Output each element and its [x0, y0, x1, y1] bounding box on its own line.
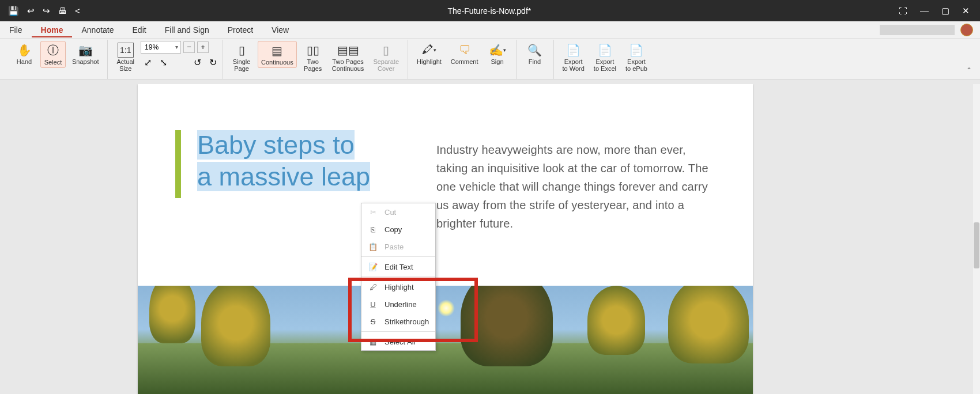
- continuous-icon: ▤: [272, 43, 282, 58]
- single-page-button[interactable]: ▯Single Page: [229, 41, 254, 74]
- window-controls: ⛶ — ▢ ✕: [899, 6, 980, 16]
- page-heading[interactable]: Baby steps to a massive leap: [197, 129, 370, 192]
- scrollbar-thumb[interactable]: [974, 222, 979, 268]
- two-pages-continuous-button[interactable]: ▤▤Two Pages Continuous: [329, 41, 367, 74]
- copy-icon: ⎘: [368, 225, 378, 234]
- document-viewport[interactable]: Baby steps to a massive leap Industry he…: [6, 84, 973, 394]
- actual-size-icon: 1:1: [118, 43, 133, 58]
- continuous-button[interactable]: ▤Continuous: [258, 41, 297, 68]
- heading-line1: Baby steps to: [197, 130, 355, 160]
- select-button[interactable]: ⒾSelect: [40, 41, 66, 68]
- vertical-scrollbar[interactable]: [973, 84, 980, 394]
- menu-view[interactable]: View: [262, 22, 298, 37]
- comment-button[interactable]: 🗨Comment: [448, 41, 481, 67]
- ctx-copy[interactable]: ⎘Copy: [361, 221, 435, 238]
- hand-button[interactable]: ✋Hand: [12, 41, 37, 67]
- rotate-left-icon[interactable]: ↺: [194, 57, 201, 68]
- zoom-out-button[interactable]: −: [183, 41, 195, 53]
- window-title: The-Future-is-Now.pdf*: [80, 6, 899, 16]
- title-bar: 💾 ↩ ↪ 🖶 < The-Future-is-Now.pdf* ⛶ — ▢ ✕: [0, 0, 980, 21]
- ctx-edit-text[interactable]: 📝Edit Text: [361, 258, 435, 275]
- account-placeholder[interactable]: [880, 25, 955, 35]
- snapshot-button[interactable]: 📷Snapshot: [69, 41, 101, 67]
- redo-icon[interactable]: ↪: [43, 6, 50, 16]
- accent-bar: [175, 130, 181, 198]
- excel-icon: 📄: [598, 43, 612, 58]
- word-icon: 📄: [566, 43, 581, 58]
- chevron-down-icon[interactable]: ▾: [175, 44, 178, 50]
- two-pages-cont-icon: ▤▤: [337, 43, 359, 58]
- maximize-icon[interactable]: ▢: [941, 6, 949, 16]
- export-excel-button[interactable]: 📄Export to Excel: [591, 41, 619, 74]
- select-icon: Ⓘ: [47, 43, 59, 58]
- hand-icon: ✋: [17, 43, 32, 58]
- ctx-strikethrough[interactable]: SStrikethrough: [361, 313, 435, 330]
- export-word-button[interactable]: 📄Export to Word: [560, 41, 587, 74]
- quick-access-toolbar: 💾 ↩ ↪ 🖶 <: [0, 6, 80, 16]
- sign-button[interactable]: ✍▾Sign: [485, 41, 510, 67]
- menu-bar: File Home Annotate Edit Fill and Sign Pr…: [0, 21, 980, 39]
- comment-icon: 🗨: [459, 43, 470, 58]
- save-icon[interactable]: 💾: [8, 6, 19, 16]
- zoom-input[interactable]: 19%▾: [141, 41, 181, 54]
- clipboard-icon: 📋: [368, 243, 378, 251]
- highlighter-icon: 🖍▾: [422, 43, 436, 58]
- ctx-cut: ✂Cut: [361, 203, 435, 221]
- ctx-paste: 📋Paste: [361, 238, 435, 255]
- fullscreen-icon[interactable]: ⛶: [899, 6, 907, 16]
- zoom-in-button[interactable]: +: [197, 41, 209, 53]
- body-text[interactable]: Industry heavyweights are now, more than…: [436, 141, 719, 233]
- landscape-image: [138, 286, 753, 394]
- edit-text-icon: 📝: [368, 263, 378, 271]
- undo-icon[interactable]: ↩: [27, 6, 35, 16]
- actual-size-button[interactable]: 1:1Actual Size: [114, 41, 137, 74]
- highlighter-small-icon: 🖊: [368, 283, 378, 291]
- heading-line2: a massive leap: [197, 162, 370, 191]
- single-page-icon: ▯: [239, 43, 245, 58]
- menu-protect[interactable]: Protect: [218, 22, 262, 37]
- pdf-page: Baby steps to a massive leap Industry he…: [138, 84, 753, 394]
- fit-page-icon[interactable]: ⤢: [144, 57, 152, 68]
- rotate-right-icon[interactable]: ↻: [209, 57, 217, 68]
- menu-fill-and-sign[interactable]: Fill and Sign: [156, 22, 218, 37]
- strikethrough-icon: S: [368, 317, 378, 326]
- export-epub-button[interactable]: 📄Export to ePub: [623, 41, 650, 74]
- context-menu: ✂Cut ⎘Copy 📋Paste 📝Edit Text 🖊Highlight …: [361, 203, 436, 351]
- ctx-highlight[interactable]: 🖊Highlight: [361, 278, 435, 296]
- menu-home[interactable]: Home: [32, 22, 73, 37]
- ctx-underline[interactable]: UUnderline: [361, 296, 435, 313]
- two-pages-icon: ▯▯: [307, 43, 319, 58]
- ribbon-collapse-button[interactable]: ⌃: [966, 66, 972, 74]
- menu-annotate[interactable]: Annotate: [72, 22, 123, 37]
- user-avatar[interactable]: [960, 24, 973, 36]
- share-icon[interactable]: <: [75, 6, 80, 16]
- close-icon[interactable]: ✕: [962, 6, 970, 16]
- separate-cover-button: ▯Separate Cover: [370, 41, 402, 74]
- minimize-icon[interactable]: —: [920, 6, 929, 16]
- select-all-icon: ▦: [368, 338, 378, 346]
- epub-icon: 📄: [629, 43, 643, 58]
- fit-width-icon[interactable]: ⤡: [160, 57, 167, 68]
- menu-edit[interactable]: Edit: [123, 22, 156, 37]
- highlight-button[interactable]: 🖍▾Highlight: [414, 41, 444, 67]
- ctx-select-all[interactable]: ▦Select All: [361, 333, 435, 350]
- scissors-icon: ✂: [368, 208, 378, 217]
- ribbon-home: ✋Hand ⒾSelect 📷Snapshot 1:1Actual Size 1…: [0, 39, 980, 80]
- two-pages-button[interactable]: ▯▯Two Pages: [300, 41, 326, 74]
- sign-icon: ✍▾: [489, 43, 506, 58]
- underline-icon: U: [368, 300, 378, 309]
- print-icon[interactable]: 🖶: [58, 6, 67, 16]
- find-button[interactable]: 🔍Find: [522, 41, 548, 67]
- separate-cover-icon: ▯: [383, 43, 389, 58]
- camera-icon: 📷: [78, 43, 93, 58]
- search-icon: 🔍: [527, 43, 542, 58]
- menu-file[interactable]: File: [0, 22, 32, 37]
